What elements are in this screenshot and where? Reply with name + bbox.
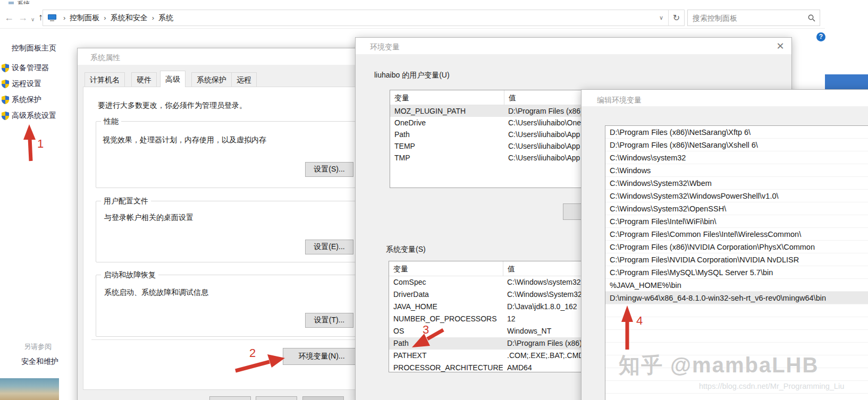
dialog-title: 编辑环境变量 bbox=[597, 96, 642, 105]
refresh-icon[interactable]: ↻ bbox=[668, 10, 684, 25]
dialog-title: 环境变量 bbox=[370, 42, 400, 52]
admin-note: 要进行大多数更改，你必须作为管理员登录。 bbox=[98, 101, 247, 110]
group-desc: 与登录帐户相关的桌面设置 bbox=[104, 213, 193, 223]
uac-shield-icon bbox=[2, 112, 9, 120]
breadcrumb-chevron-icon: › bbox=[100, 14, 109, 22]
breadcrumb-control-panel[interactable]: 控制面板 bbox=[69, 11, 100, 25]
sidebar-item-label: 系统保护 bbox=[12, 95, 41, 105]
list-item[interactable]: D:\Program Files (x86)\NetSarang\Xshell … bbox=[605, 139, 868, 151]
group-desc: 系统启动、系统故障和调试信息 bbox=[104, 288, 208, 297]
sidebar-item-label: 设备管理器 bbox=[12, 63, 49, 73]
search-icon[interactable] bbox=[808, 14, 815, 22]
group-desc: 视觉效果，处理器计划，内存使用，以及虚拟内存 bbox=[103, 135, 266, 145]
list-item[interactable]: C:\Program Files\Common Files\Intel\Wire… bbox=[605, 228, 868, 241]
list-item[interactable]: C:\Program Files\MySQL\MySQL Server 5.7\… bbox=[605, 266, 868, 279]
group-label: 启动和故障恢复 bbox=[101, 270, 158, 280]
list-item-empty[interactable] bbox=[605, 330, 868, 343]
search-box[interactable] bbox=[687, 10, 820, 26]
sidebar-item-system-protection[interactable]: 系统保护 bbox=[2, 95, 41, 105]
list-item[interactable]: C:\Windows\System32\WindowsPowerShell\v1… bbox=[605, 190, 868, 202]
apply-button-partial[interactable] bbox=[302, 396, 344, 400]
list-item-empty[interactable] bbox=[605, 394, 868, 400]
advanced-tab-page: 要进行大多数更改，你必须作为管理员登录。 性能 视觉效果，处理器计划，内存使用，… bbox=[83, 87, 374, 390]
annotation-arrow-1: 1 bbox=[23, 124, 44, 161]
performance-group: 性能 视觉效果，处理器计划，内存使用，以及虚拟内存 bbox=[96, 121, 372, 188]
svg-text:1: 1 bbox=[37, 137, 44, 150]
breadcrumb-system-security[interactable]: 系统和安全 bbox=[109, 11, 149, 25]
breadcrumb-chevron-icon: › bbox=[149, 14, 157, 22]
address-bar[interactable]: › 控制面板 › 系统和安全 › 系统 ∨ ↻ bbox=[43, 10, 685, 26]
watermark-url: https://blog.csdn.net/Mr_Programming_Liu bbox=[699, 382, 844, 390]
group-label: 性能 bbox=[101, 117, 121, 126]
forward-button[interactable]: → bbox=[18, 13, 28, 22]
screen: 系统 ← → ∨ ↑ › 控制面板 › 系统和安全 › 系统 ∨ ↻ ? 控制面… bbox=[0, 0, 868, 400]
list-item-empty[interactable] bbox=[605, 317, 868, 330]
environment-variables-button[interactable]: 环境变量(N)... bbox=[283, 348, 360, 365]
sidebar-item-label: 高级系统设置 bbox=[12, 111, 56, 121]
tab-remote[interactable]: 远程 bbox=[231, 72, 257, 87]
computer-icon bbox=[48, 14, 57, 22]
divider bbox=[91, 339, 369, 340]
cancel-button-partial[interactable] bbox=[256, 396, 297, 400]
desktop-wallpaper-beach bbox=[0, 378, 59, 400]
toolbar-divider bbox=[0, 28, 825, 29]
tab-system-protection[interactable]: 系统保护 bbox=[191, 72, 232, 87]
dialog-title: 系统属性 bbox=[90, 53, 120, 63]
col-variable: 变量 bbox=[390, 90, 504, 105]
list-item-empty[interactable] bbox=[605, 304, 868, 317]
list-item[interactable]: C:\Program Files\Intel\WiFi\bin\ bbox=[605, 215, 868, 228]
close-icon[interactable]: ✕ bbox=[773, 40, 787, 53]
system-properties-dialog: 系统属性 计算机名 硬件 高级 系统保护 远程 要进行大多数更改，你必须作为管理… bbox=[77, 48, 375, 400]
watermark-zhihu: 知乎 @mambaLHB bbox=[619, 351, 819, 380]
help-button[interactable]: ? bbox=[816, 32, 825, 41]
tab-computer-name[interactable]: 计算机名 bbox=[85, 72, 125, 87]
history-dropdown-icon[interactable]: ∨ bbox=[31, 15, 35, 24]
list-item[interactable]: C:\Program Files (x86)\NVIDIA Corporatio… bbox=[605, 241, 868, 253]
uac-shield-icon bbox=[2, 80, 9, 88]
sidebar-item-label: 远程设置 bbox=[12, 79, 41, 89]
list-item[interactable]: C:\Windows bbox=[605, 164, 868, 177]
back-button[interactable]: ← bbox=[4, 13, 14, 22]
sidebar-item-advanced-system-settings[interactable]: 高级系统设置 bbox=[2, 111, 56, 121]
window-title: 系统 bbox=[9, 0, 30, 4]
breadcrumb-chevron-icon: › bbox=[60, 14, 69, 22]
list-item[interactable]: D:\Program Files (x86)\NetSarang\Xftp 6\ bbox=[605, 126, 868, 139]
user-variables-label: liuhaibo 的用户变量(U) bbox=[374, 71, 450, 80]
startup-recovery-settings-button[interactable]: 设置(T)... bbox=[305, 313, 353, 328]
see-also-heading: 另请参阅 bbox=[24, 342, 52, 352]
list-item[interactable]: C:\Windows\System32\Wbem bbox=[605, 177, 868, 190]
uac-shield-icon bbox=[2, 96, 9, 104]
breadcrumb-system[interactable]: 系统 bbox=[157, 11, 174, 25]
tab-hardware[interactable]: 硬件 bbox=[131, 72, 157, 87]
app-icon bbox=[9, 2, 14, 4]
dialog-titlebar[interactable]: 系统属性 bbox=[78, 48, 374, 65]
list-item[interactable]: C:\Windows\system32 bbox=[605, 151, 868, 164]
col-variable: 变量 bbox=[389, 261, 503, 276]
list-item[interactable]: %JAVA_HOME%\bin bbox=[605, 279, 868, 292]
sidebar-item-device-manager[interactable]: 设备管理器 bbox=[2, 63, 49, 73]
wallpaper-blue-band bbox=[825, 74, 868, 90]
system-variables-label: 系统变量(S) bbox=[386, 245, 426, 254]
list-item-mingw-selected[interactable]: D:\mingw-w64\x86_64-8.1.0-win32-seh-rt_v… bbox=[605, 292, 868, 304]
address-dropdown-icon[interactable]: ∨ bbox=[654, 14, 668, 21]
uac-shield-icon bbox=[2, 64, 9, 72]
list-item[interactable]: C:\Program Files\NVIDIA Corporation\NVID… bbox=[605, 253, 868, 266]
group-label: 用户配置文件 bbox=[101, 197, 151, 206]
dialog-titlebar[interactable]: 环境变量 ✕ bbox=[356, 38, 791, 54]
search-input[interactable] bbox=[693, 11, 807, 25]
performance-settings-button[interactable]: 设置(S)... bbox=[305, 162, 353, 177]
sidebar-item-security-maintenance[interactable]: 安全和维护 bbox=[21, 357, 58, 367]
tab-advanced[interactable]: 高级 bbox=[160, 71, 186, 87]
list-item[interactable]: C:\Windows\System32\OpenSSH\ bbox=[605, 202, 868, 215]
dialog-titlebar[interactable]: 编辑环境变量 bbox=[582, 90, 868, 106]
user-profiles-settings-button[interactable]: 设置(E)... bbox=[305, 240, 353, 254]
sidebar-home-link[interactable]: 控制面板主页 bbox=[12, 44, 56, 53]
sidebar-item-remote-settings[interactable]: 远程设置 bbox=[2, 79, 41, 89]
ok-button-partial[interactable] bbox=[209, 396, 251, 400]
